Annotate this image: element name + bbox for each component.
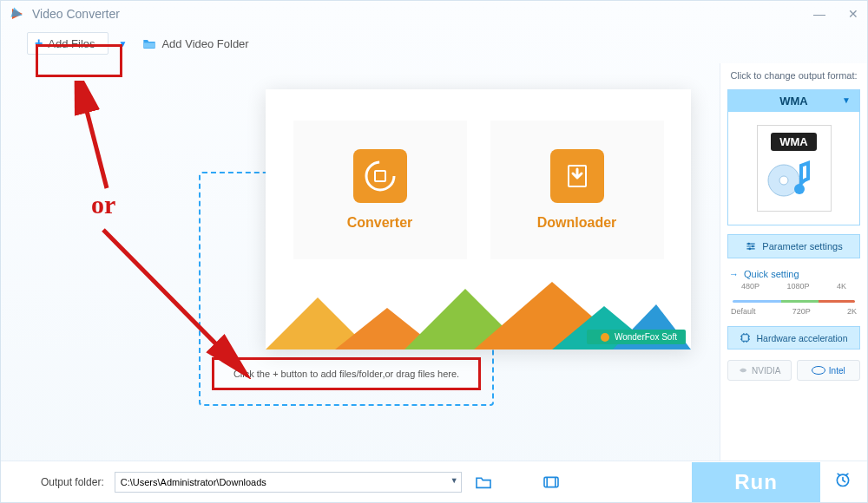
open-folder-button[interactable] <box>472 473 495 492</box>
svg-point-13 <box>779 176 788 185</box>
right-panel: Click to change output format: WMA ▼ WMA <box>720 63 867 471</box>
output-format-name: WMA <box>779 95 808 108</box>
bottom-bar: Output folder: ▼ Run <box>1 461 867 502</box>
merge-button[interactable] <box>540 473 562 492</box>
app-logo-icon <box>10 6 25 22</box>
nvidia-icon <box>738 365 748 376</box>
path-dropdown-icon[interactable]: ▼ <box>450 476 458 485</box>
run-label: Run <box>734 470 778 494</box>
svg-rect-0 <box>144 42 155 48</box>
close-button[interactable]: ✕ <box>848 7 858 21</box>
toolbar: + Add Files ▼ Add Video Folder <box>1 27 867 63</box>
sliders-icon <box>745 240 757 252</box>
slider-tick: 4K <box>837 282 846 291</box>
welcome-overlay: Converter Downloader <box>266 89 691 349</box>
downloader-icon <box>550 149 604 203</box>
slider-tick: 2K <box>847 307 857 316</box>
brand-label: WonderFox Soft <box>615 332 677 342</box>
gpu-chip-row: NVIDIA Intel <box>727 360 860 381</box>
output-format-body: WMA <box>728 112 859 225</box>
add-files-button[interactable]: + Add Files <box>27 32 108 55</box>
slider-labels-top: 480P 1080P 4K <box>729 282 858 291</box>
drop-hint-text: Click the + button to add files/folder,o… <box>212 357 481 390</box>
run-button[interactable]: Run <box>692 462 820 502</box>
title-bar: Video Converter — ✕ <box>1 1 867 27</box>
converter-tile[interactable]: Converter <box>293 121 467 259</box>
converter-label: Converter <box>347 215 413 231</box>
intel-chip: Intel <box>797 360 861 381</box>
schedule-button[interactable] <box>831 471 855 493</box>
slider-tick: 720P <box>792 307 811 316</box>
svg-rect-18 <box>742 335 749 342</box>
svg-rect-3 <box>376 172 385 180</box>
plus-icon: + <box>35 36 43 50</box>
alarm-clock-icon <box>834 471 852 488</box>
slider-labels-bottom: Default 720P 2K <box>729 307 858 316</box>
add-video-folder-button[interactable]: Add Video Folder <box>137 34 253 54</box>
window-title: Video Converter <box>32 7 120 21</box>
arrow-right-icon: → <box>729 269 739 279</box>
annotation-or-text: or <box>91 190 115 219</box>
main-area: Click the + button to add files/folder,o… <box>1 63 867 471</box>
wma-art-icon <box>765 151 824 203</box>
open-folder-icon <box>475 475 492 489</box>
welcome-tiles: Converter Downloader <box>266 89 691 259</box>
quick-setting-label: Quick setting <box>744 269 799 279</box>
svg-point-19 <box>812 367 825 375</box>
add-files-dropdown-icon[interactable]: ▼ <box>119 39 128 49</box>
nvidia-chip: NVIDIA <box>727 360 792 381</box>
parameter-settings-label: Parameter settings <box>762 241 842 252</box>
brand-badge: WonderFox Soft <box>587 330 686 344</box>
format-badge-label: WMA <box>771 133 817 151</box>
svg-point-17 <box>749 248 752 251</box>
format-thumbnail: WMA <box>757 125 832 212</box>
app-window: Video Converter — ✕ + Add Files ▼ Add Vi… <box>0 0 868 503</box>
parameter-settings-button[interactable]: Parameter settings <box>727 234 860 258</box>
quick-setting-title: → Quick setting <box>729 269 858 279</box>
downloader-tile[interactable]: Downloader <box>490 121 664 259</box>
brand-dot-icon <box>601 333 609 342</box>
window-controls: — ✕ <box>813 7 858 21</box>
svg-point-15 <box>748 243 751 245</box>
output-format-hint: Click to change output format: <box>727 70 860 81</box>
chip-icon <box>740 332 751 343</box>
slider-track <box>733 300 855 303</box>
hardware-acceleration-label: Hardware acceleration <box>756 333 847 343</box>
add-folder-label: Add Video Folder <box>161 37 248 50</box>
slider-tick: Default <box>731 307 756 316</box>
quick-setting-section: → Quick setting 480P 1080P 4K Default 72… <box>727 267 860 317</box>
slider-tick: 1080P <box>786 282 809 291</box>
nvidia-label: NVIDIA <box>752 366 780 376</box>
downloader-label: Downloader <box>537 215 617 231</box>
output-format-card[interactable]: WMA ▼ WMA <box>727 89 860 225</box>
add-files-label: Add Files <box>48 37 95 50</box>
center-panel: Click the + button to add files/folder,o… <box>1 63 720 471</box>
merge-icon <box>542 475 560 489</box>
converter-icon <box>353 149 407 203</box>
output-folder-input[interactable] <box>115 472 462 493</box>
svg-point-14 <box>794 184 805 194</box>
quick-setting-slider[interactable]: 480P 1080P 4K Default 720P 2K <box>729 291 858 317</box>
intel-label: Intel <box>829 366 845 376</box>
folder-icon <box>142 37 156 49</box>
intel-icon <box>812 366 825 375</box>
chevron-down-icon: ▼ <box>842 95 851 105</box>
output-path-wrap: ▼ <box>115 472 462 493</box>
slider-tick: 480P <box>741 282 760 291</box>
minimize-button[interactable]: — <box>813 7 825 21</box>
svg-point-16 <box>752 245 754 248</box>
output-format-header: WMA ▼ <box>728 90 859 112</box>
hardware-acceleration-button[interactable]: Hardware acceleration <box>727 326 860 349</box>
output-folder-label: Output folder: <box>41 476 104 488</box>
